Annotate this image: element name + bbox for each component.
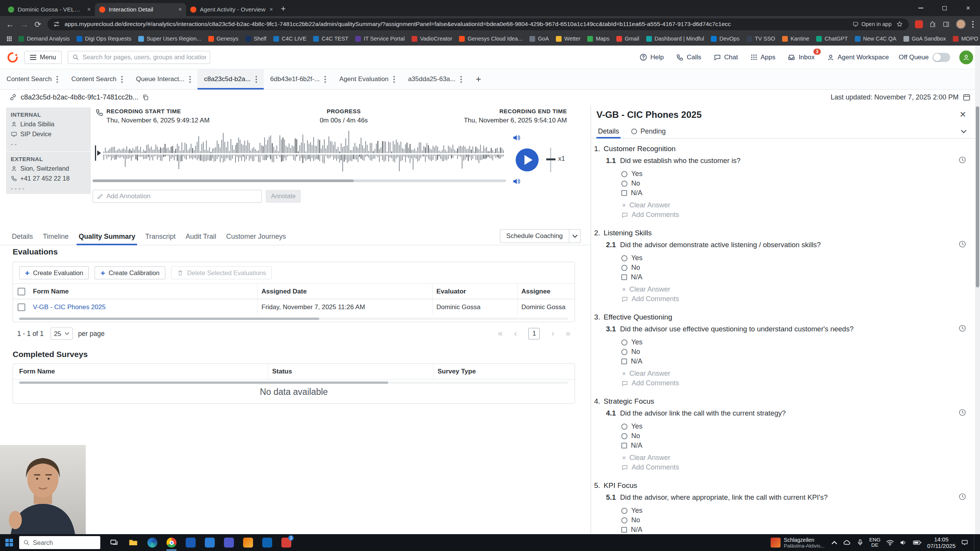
url-bar[interactable]: apps.mypurecloud.de/directory/#/analytic… xyxy=(47,18,909,30)
waveform-scrollbar[interactable] xyxy=(93,179,506,182)
detail-tab-customer-journeys[interactable]: Customer Journeys xyxy=(221,228,291,245)
column-header[interactable]: Evaluator xyxy=(432,284,517,299)
question-history-icon[interactable] xyxy=(958,240,967,248)
menu-button[interactable]: Menu xyxy=(24,51,62,64)
language-indicator[interactable]: ENGDE xyxy=(869,537,880,548)
taskbar-clock[interactable]: 14:0507/11/2025 xyxy=(927,536,956,549)
prev-page-icon[interactable]: ‹ xyxy=(514,329,517,339)
close-icon[interactable]: × xyxy=(960,109,966,121)
detail-tab-timeline[interactable]: Timeline xyxy=(38,228,74,245)
speaker-icon-top[interactable] xyxy=(512,133,521,142)
tab-menu-icon[interactable] xyxy=(460,76,462,83)
taskbar-app-edge[interactable] xyxy=(145,534,160,551)
show-desktop-strip[interactable] xyxy=(974,534,977,551)
browser-profile-avatar[interactable] xyxy=(956,19,966,29)
create-calibration-button[interactable]: +Create Calibration xyxy=(95,266,165,279)
header-calls-button[interactable]: Calls xyxy=(676,54,701,61)
side-panel-icon[interactable] xyxy=(942,21,950,28)
header-chat-button[interactable]: Chat xyxy=(714,54,738,61)
annotation-input[interactable] xyxy=(106,192,258,200)
bookmark-star-icon[interactable] xyxy=(896,21,903,28)
option-n-a[interactable]: N/A xyxy=(621,442,975,450)
header-help-button[interactable]: Help xyxy=(639,53,664,61)
tab-close-icon[interactable]: × xyxy=(178,6,182,13)
taskbar-app-app-blue-1[interactable] xyxy=(183,534,198,551)
bookmark-item[interactable]: Wetter xyxy=(553,34,583,43)
option-n-a[interactable]: N/A xyxy=(621,526,975,534)
bookmark-item[interactable]: DevOps xyxy=(708,34,742,43)
queue-toggle[interactable] xyxy=(933,53,950,62)
microphone-icon[interactable] xyxy=(856,539,864,546)
bookmark-item[interactable]: MOPO xyxy=(950,34,980,43)
wifi-icon[interactable] xyxy=(886,538,894,547)
schedule-coaching-chevron[interactable] xyxy=(569,229,581,243)
audio-waveform[interactable] xyxy=(95,129,506,180)
tab-close-icon[interactable]: × xyxy=(87,6,91,13)
column-header[interactable]: Status xyxy=(268,364,433,379)
bookmark-item[interactable]: Super Users Region... xyxy=(135,34,204,43)
reload-icon[interactable]: ⟳ xyxy=(34,20,41,28)
bookmark-item[interactable]: Gmail xyxy=(613,34,642,43)
workspace-tab[interactable]: 6db43e1f-6b2f-... xyxy=(264,69,333,89)
taskbar-search-input[interactable] xyxy=(33,539,96,546)
radio-icon[interactable] xyxy=(621,255,627,261)
browser-menu-icon[interactable] xyxy=(972,21,974,28)
page-scrollbar[interactable] xyxy=(975,46,980,534)
question-history-icon[interactable] xyxy=(958,408,967,417)
adobe-extension-icon[interactable] xyxy=(915,20,923,28)
tab-menu-icon[interactable] xyxy=(56,76,58,83)
onedrive-cloud-icon[interactable] xyxy=(843,538,851,547)
tab-menu-icon[interactable] xyxy=(121,76,123,83)
option-no[interactable]: No xyxy=(621,179,975,187)
add-comments-button[interactable]: Add Comments xyxy=(591,211,975,219)
radio-icon[interactable] xyxy=(621,349,627,355)
bookmark-item[interactable]: GoA xyxy=(526,34,552,43)
radio-icon[interactable] xyxy=(621,171,627,177)
clear-answer-button[interactable]: ×Clear Answer xyxy=(591,285,975,293)
tab-menu-icon[interactable] xyxy=(189,76,191,83)
column-header[interactable]: Form Name xyxy=(33,284,257,299)
clear-answer-button[interactable]: ×Clear Answer xyxy=(591,201,975,209)
bookmark-item[interactable]: VadioCreator xyxy=(408,34,455,43)
taskbar-app-app-blue-2[interactable] xyxy=(202,534,217,551)
bookmark-item[interactable]: TV SSO xyxy=(743,34,778,43)
hidden-icons-chevron[interactable] xyxy=(831,541,837,544)
browser-tab[interactable]: Agent Activity - Overview× xyxy=(186,3,277,16)
detail-tab-audit-trail[interactable]: Audit Trail xyxy=(181,228,221,245)
option-yes[interactable]: Yes xyxy=(621,254,975,262)
table-horizontal-scrollbar[interactable] xyxy=(19,318,568,320)
taskbar-app-app-navy[interactable] xyxy=(260,534,275,551)
question-history-icon[interactable] xyxy=(958,492,967,501)
select-all-checkbox[interactable] xyxy=(13,284,33,299)
bookmark-item[interactable]: Genesys xyxy=(205,34,242,43)
radio-icon[interactable] xyxy=(621,265,627,271)
battery-icon[interactable] xyxy=(913,538,922,547)
calendar-icon[interactable] xyxy=(962,93,971,101)
tab-menu-icon[interactable] xyxy=(324,76,326,83)
column-header[interactable]: Assigned Date xyxy=(257,284,432,299)
column-header[interactable]: Form Name xyxy=(19,364,268,379)
detail-tab-quality-summary[interactable]: Quality Summary xyxy=(74,228,140,245)
bookmark-item[interactable]: GoA Sandbox xyxy=(900,34,949,43)
question-history-icon[interactable] xyxy=(958,156,967,164)
tab-details[interactable]: Details xyxy=(596,125,621,138)
radio-icon[interactable] xyxy=(621,517,627,523)
global-search-input[interactable] xyxy=(83,54,206,61)
radio-icon[interactable] xyxy=(621,339,627,346)
copy-icon[interactable] xyxy=(142,94,149,101)
extensions-puzzle-icon[interactable] xyxy=(929,21,936,28)
option-yes[interactable]: Yes xyxy=(621,422,975,430)
open-in-app-button[interactable]: Open in app xyxy=(853,21,892,27)
page-size-select[interactable]: 25 xyxy=(51,328,73,340)
current-page[interactable]: 1 xyxy=(528,328,540,339)
taskbar-search[interactable] xyxy=(19,536,100,549)
bookmark-item[interactable]: Demand Analysis xyxy=(15,34,73,43)
first-page-icon[interactable]: « xyxy=(498,329,503,339)
radio-icon[interactable] xyxy=(621,424,627,430)
start-button[interactable] xyxy=(0,538,18,547)
add-comments-button[interactable]: Add Comments xyxy=(591,379,975,387)
forward-icon[interactable]: → xyxy=(20,20,28,28)
add-comments-button[interactable]: Add Comments xyxy=(591,295,975,303)
question-history-icon[interactable] xyxy=(958,324,967,333)
bookmark-item[interactable]: Shelf xyxy=(242,34,270,43)
